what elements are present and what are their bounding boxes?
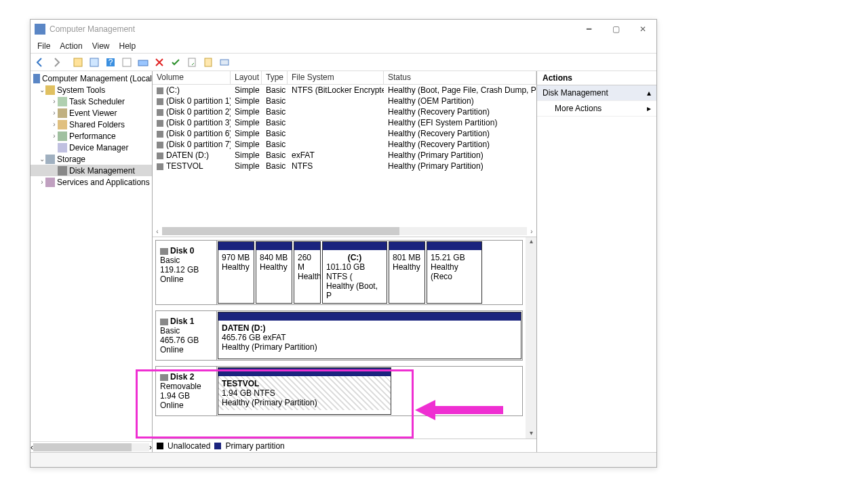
- main-area: Computer Management (Local ⌄System Tools…: [31, 71, 656, 452]
- tree-root[interactable]: Computer Management (Local: [31, 73, 152, 84]
- toolbar: ?: [31, 54, 656, 71]
- actions-header: Actions: [537, 71, 656, 85]
- volume-row[interactable]: (Disk 0 partition 3)SimpleBasicHealthy (…: [153, 117, 536, 128]
- actions-pane: Actions Disk Management▴ More Actions▸: [537, 71, 656, 452]
- back-button[interactable]: [33, 56, 47, 69]
- tree-storage[interactable]: ⌄Storage: [31, 153, 152, 165]
- disk1-partition[interactable]: DATEN (D:)465.76 GB exFATHealthy (Primar…: [218, 312, 521, 359]
- disk0-partition[interactable]: 15.21 GBHealthy (Reco: [427, 241, 482, 304]
- disk0-partition-c[interactable]: (C:)101.10 GB NTFS (Healthy (Boot, P: [322, 241, 387, 304]
- disk-area: Disk 0 Basic119.12 GBOnline 970 MBHealth…: [153, 237, 536, 439]
- menu-action[interactable]: Action: [60, 41, 82, 51]
- disk-vscrollbar[interactable]: ▴▾: [526, 237, 536, 439]
- col-fs[interactable]: File System: [288, 71, 384, 84]
- content-area: Volume Layout Type File System Status (C…: [153, 71, 537, 452]
- nav-tree: Computer Management (Local ⌄System Tools…: [31, 71, 153, 452]
- disk2-partition[interactable]: TESTVOL1.94 GB NTFSHealthy (Primary Part…: [218, 367, 391, 415]
- volume-table: Volume Layout Type File System Status (C…: [153, 71, 536, 237]
- legend-unallocated: Unallocated: [167, 441, 210, 451]
- tree-systools[interactable]: ⌄System Tools: [31, 84, 152, 96]
- disk-icon: [160, 319, 168, 325]
- minimize-button[interactable]: ━: [575, 20, 602, 39]
- disk0-partition[interactable]: 970 MBHealthy: [218, 241, 254, 304]
- col-layout[interactable]: Layout: [231, 71, 262, 84]
- delete-icon[interactable]: [153, 56, 166, 69]
- toolbar-icon[interactable]: [120, 56, 134, 69]
- tree-hscrollbar[interactable]: ‹›: [31, 441, 152, 452]
- volume-row[interactable]: (Disk 0 partition 7)SimpleBasicHealthy (…: [153, 139, 536, 150]
- volume-row[interactable]: (Disk 0 partition 1)SimpleBasicHealthy (…: [153, 96, 536, 106]
- disk-list: Disk 0 Basic119.12 GBOnline 970 MBHealth…: [153, 237, 526, 439]
- svg-rect-4: [123, 58, 131, 66]
- swatch-unallocated: [157, 443, 163, 449]
- volume-row[interactable]: (Disk 0 partition 2)SimpleBasicHealthy (…: [153, 106, 536, 117]
- tree-perf[interactable]: ›Performance: [31, 130, 152, 142]
- toolbar-icon[interactable]: [201, 56, 215, 69]
- volume-hscrollbar[interactable]: ‹›: [153, 226, 536, 237]
- disk0-label: Disk 0 Basic119.12 GBOnline: [156, 241, 217, 304]
- maximize-button[interactable]: ▢: [602, 20, 629, 39]
- disk0-partition[interactable]: 840 MBHealthy: [256, 241, 292, 304]
- collapse-icon: ▴: [647, 88, 651, 98]
- disk0-box[interactable]: Disk 0 Basic119.12 GBOnline 970 MBHealth…: [155, 240, 523, 305]
- svg-rect-6: [189, 58, 195, 66]
- toolbar-icon[interactable]: [87, 56, 101, 69]
- legend-primary: Primary partition: [225, 441, 284, 451]
- app-icon: [35, 24, 45, 35]
- tree-device[interactable]: Device Manager: [31, 142, 152, 153]
- disk2-label: Disk 2 Removable1.94 GBOnline: [156, 367, 217, 415]
- col-volume[interactable]: Volume: [153, 71, 231, 84]
- toolbar-icon[interactable]: [136, 56, 150, 69]
- toolbar-icon[interactable]: [71, 56, 85, 69]
- check-icon[interactable]: [169, 56, 182, 69]
- col-status[interactable]: Status: [384, 71, 536, 84]
- disk1-box[interactable]: Disk 1 Basic465.76 GBOnline DATEN (D:)46…: [155, 310, 523, 361]
- management-window: Computer Management ━ ▢ ✕ File Action Vi…: [30, 19, 657, 468]
- volume-header: Volume Layout Type File System Status: [153, 71, 536, 85]
- svg-rect-1: [90, 58, 98, 66]
- menu-view[interactable]: View: [92, 41, 110, 51]
- disk0-partition[interactable]: 260 MHealth: [294, 241, 321, 304]
- swatch-primary: [214, 443, 221, 449]
- volume-row[interactable]: TESTVOLSimpleBasicNTFSHealthy (Primary P…: [153, 161, 536, 171]
- col-type[interactable]: Type: [262, 71, 288, 84]
- statusbar: [31, 452, 656, 467]
- svg-rect-0: [74, 58, 82, 66]
- tree-shared[interactable]: ›Shared Folders: [31, 119, 152, 130]
- actions-diskmgmt[interactable]: Disk Management▴: [537, 85, 656, 101]
- help-icon[interactable]: ?: [104, 56, 117, 69]
- svg-text:?: ?: [108, 58, 113, 67]
- svg-rect-5: [138, 60, 148, 66]
- volume-row[interactable]: DATEN (D:)SimpleBasicexFATHealthy (Prima…: [153, 150, 536, 161]
- svg-rect-7: [205, 58, 212, 66]
- close-button[interactable]: ✕: [629, 20, 656, 39]
- disk-icon: [160, 374, 168, 381]
- tree-diskmgmt[interactable]: Disk Management: [31, 165, 152, 176]
- disk-icon: [160, 248, 168, 255]
- toolbar-icon[interactable]: [218, 56, 231, 69]
- tree-services[interactable]: ›Services and Applications: [31, 176, 152, 188]
- menu-file[interactable]: File: [37, 41, 50, 51]
- disk1-label: Disk 1 Basic465.76 GBOnline: [156, 311, 217, 360]
- chevron-right-icon: ▸: [647, 104, 651, 113]
- window-title: Computer Management: [50, 24, 575, 34]
- toolbar-icon[interactable]: [185, 56, 199, 69]
- volume-row[interactable]: (C:)SimpleBasicNTFS (BitLocker Encrypted…: [153, 85, 536, 96]
- volume-row[interactable]: (Disk 0 partition 6)SimpleBasicHealthy (…: [153, 128, 536, 139]
- titlebar: Computer Management ━ ▢ ✕: [31, 20, 656, 39]
- menubar: File Action View Help: [31, 39, 656, 54]
- tree-task[interactable]: ›Task Scheduler: [31, 96, 152, 107]
- menu-help[interactable]: Help: [119, 41, 136, 51]
- legend: Unallocated Primary partition: [153, 439, 536, 452]
- actions-more[interactable]: More Actions▸: [537, 101, 656, 117]
- disk2-box[interactable]: Disk 2 Removable1.94 GBOnline TESTVOL1.9…: [155, 366, 523, 416]
- forward-button[interactable]: [50, 56, 63, 69]
- tree-event[interactable]: ›Event Viewer: [31, 107, 152, 119]
- disk0-partition[interactable]: 801 MBHealthy: [389, 241, 425, 304]
- svg-rect-8: [220, 60, 229, 65]
